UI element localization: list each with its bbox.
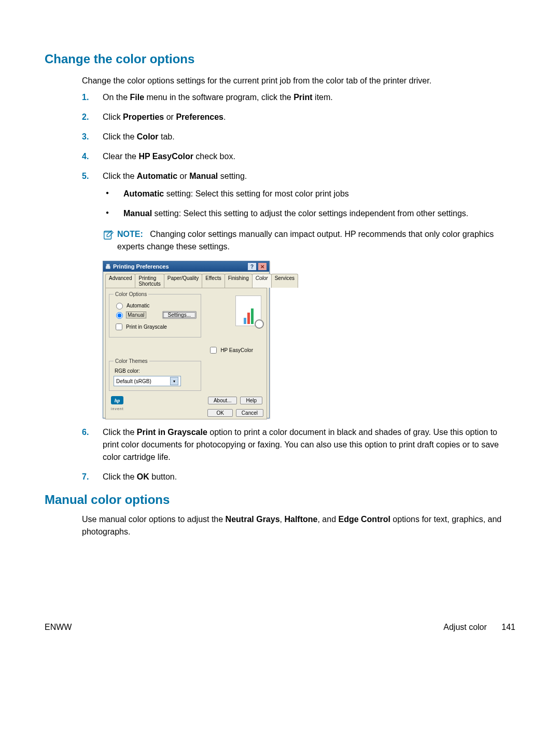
chevron-down-icon[interactable]: ▾	[170, 377, 178, 385]
radio-automatic[interactable]	[116, 303, 123, 310]
about-button[interactable]: About...	[208, 397, 237, 404]
step-text: Click the Print in Grayscale option to p…	[103, 428, 499, 461]
hp-invent-label: invent	[111, 407, 124, 411]
radio-manual-row[interactable]: Manual Settings...	[114, 311, 197, 319]
magnifier-icon	[255, 319, 264, 329]
tab-advanced[interactable]: Advanced	[105, 274, 135, 288]
rgb-color-combo[interactable]: Default (sRGB) ▾	[114, 376, 181, 386]
dialog-titlebar: 🖶 Printing Preferences ? ✕	[103, 261, 269, 272]
footer-left: ENWW	[45, 623, 72, 632]
step-text: Clear the HP EasyColor check box.	[103, 152, 235, 161]
tab-finishing[interactable]: Finishing	[225, 274, 253, 288]
help-button[interactable]: Help	[240, 397, 262, 404]
sub-automatic: Automatic setting: Select this setting f…	[103, 188, 515, 200]
checkbox-easycolor-label: HP EasyColor	[220, 347, 253, 353]
note-icon	[103, 229, 114, 253]
rgb-color-label: RGB color:	[115, 368, 197, 374]
tab-color[interactable]: Color	[252, 274, 272, 288]
dialog-body: Color Options Automatic Manual Settings.…	[105, 288, 267, 419]
step-number: 7.	[82, 471, 89, 483]
group-color-themes: Color Themes RGB color: Default (sRGB) ▾	[109, 358, 201, 391]
hp-logo-icon: hp	[111, 396, 123, 404]
cancel-button[interactable]: Cancel	[236, 409, 263, 417]
step-5-sublist: Automatic setting: Select this setting f…	[103, 188, 515, 220]
step-4: 4. Clear the HP EasyColor check box.	[82, 150, 515, 163]
checkbox-easycolor[interactable]	[210, 347, 217, 354]
step-text: Click the Automatic or Manual setting.	[103, 172, 247, 180]
document-page: Change the color options Change the colo…	[0, 0, 560, 745]
ok-button[interactable]: OK	[207, 409, 232, 417]
footer-right: Adjust color 141	[443, 623, 515, 632]
step-number: 3.	[82, 131, 89, 143]
checkbox-grayscale[interactable]	[116, 324, 122, 330]
dialog-tabs: Advanced Printing Shortcuts Paper/Qualit…	[103, 272, 269, 288]
heading-change-color-options: Change the color options	[45, 52, 194, 66]
step-number: 5.	[82, 170, 89, 182]
step-3: 3. Click the Color tab.	[82, 131, 515, 143]
printer-icon: 🖶	[105, 263, 111, 270]
radio-automatic-label: Automatic	[127, 303, 149, 308]
sub-manual: Manual setting: Select this setting to a…	[103, 207, 515, 220]
tab-printing-shortcuts[interactable]: Printing Shortcuts	[135, 274, 164, 288]
rgb-color-combo-value: Default (sRGB)	[116, 378, 151, 384]
checkbox-easycolor-row[interactable]: HP EasyColor	[208, 345, 253, 355]
close-icon[interactable]: ✕	[258, 262, 267, 271]
group-color-options: Color Options Automatic Manual Settings.…	[109, 291, 201, 338]
step-7: 7. Click the OK button.	[82, 471, 515, 483]
settings-button[interactable]: Settings...	[162, 311, 197, 319]
step-number: 6.	[82, 426, 89, 439]
step-number: 4.	[82, 150, 89, 163]
radio-automatic-row[interactable]: Automatic	[114, 301, 197, 310]
intro-paragraph: Change the color options settings for th…	[82, 75, 515, 87]
document-preview-icon	[235, 296, 261, 326]
radio-manual[interactable]	[116, 312, 123, 319]
checkbox-grayscale-row[interactable]: Print in Grayscale	[114, 322, 197, 332]
note-text: NOTE: Changing color settings manually c…	[117, 228, 515, 253]
step-text: On the File menu in the software program…	[103, 93, 333, 102]
tab-effects[interactable]: Effects	[202, 274, 225, 288]
step-number: 1.	[82, 91, 89, 104]
group-color-options-legend: Color Options	[114, 291, 148, 297]
step-text: Click the OK button.	[103, 472, 177, 481]
step-text: Click Properties or Preferences.	[103, 113, 226, 121]
radio-manual-label: Manual	[127, 312, 146, 318]
step-text: Click the Color tab.	[103, 132, 175, 141]
manual-intro-paragraph: Use manual color options to adjust the N…	[82, 513, 515, 538]
help-button-icon[interactable]: ?	[247, 262, 257, 271]
step-6: 6. Click the Print in Grayscale option t…	[82, 426, 515, 463]
note-box: NOTE: Changing color settings manually c…	[103, 228, 515, 253]
steps-list-top: 1. On the File menu in the software prog…	[82, 91, 515, 260]
step-1: 1. On the File menu in the software prog…	[82, 91, 515, 104]
group-color-themes-legend: Color Themes	[114, 358, 149, 364]
footer-section-label: Adjust color	[443, 623, 487, 631]
heading-manual-color-options: Manual color options	[45, 493, 170, 507]
printing-preferences-dialog: 🖶 Printing Preferences ? ✕ Advanced Prin…	[103, 261, 270, 418]
dialog-title: Printing Preferences	[113, 263, 169, 270]
tab-paper-quality[interactable]: Paper/Quality	[164, 274, 203, 288]
footer-page-number: 141	[501, 623, 515, 631]
steps-list-bottom: 6. Click the Print in Grayscale option t…	[82, 426, 515, 490]
checkbox-grayscale-label: Print in Grayscale	[126, 324, 167, 330]
tab-services[interactable]: Services	[271, 274, 298, 288]
step-2: 2. Click Properties or Preferences.	[82, 111, 515, 123]
step-number: 2.	[82, 111, 89, 123]
step-5: 5. Click the Automatic or Manual setting…	[82, 170, 515, 253]
